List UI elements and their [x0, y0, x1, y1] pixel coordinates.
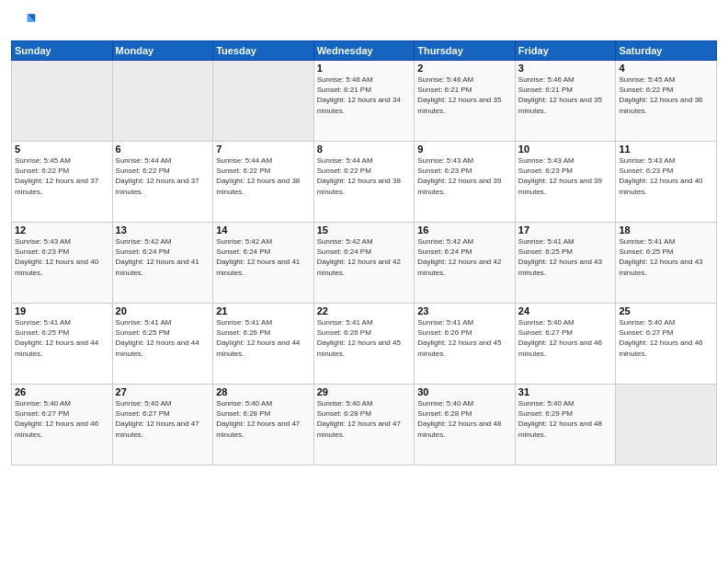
- day-number: 19: [15, 305, 109, 316]
- week-row-4: 19Sunrise: 5:41 AMSunset: 6:25 PMDayligh…: [12, 304, 717, 385]
- day-number: 14: [216, 224, 311, 236]
- day-info: Sunrise: 5:41 AMSunset: 6:26 PMDaylight:…: [417, 317, 512, 359]
- day-info: Sunrise: 5:45 AMSunset: 6:22 PMDaylight:…: [15, 155, 109, 197]
- day-cell: 2Sunrise: 5:46 AMSunset: 6:21 PMDaylight…: [415, 61, 516, 142]
- day-cell: 22Sunrise: 5:41 AMSunset: 6:26 PMDayligh…: [313, 304, 415, 385]
- week-row-3: 12Sunrise: 5:43 AMSunset: 6:23 PMDayligh…: [12, 223, 717, 304]
- day-cell: 21Sunrise: 5:41 AMSunset: 6:26 PMDayligh…: [213, 304, 314, 385]
- day-cell: 1Sunrise: 5:46 AMSunset: 6:21 PMDaylight…: [313, 61, 415, 142]
- day-info: Sunrise: 5:42 AMSunset: 6:24 PMDaylight:…: [216, 236, 311, 278]
- day-number: 22: [317, 305, 412, 316]
- week-row-5: 26Sunrise: 5:40 AMSunset: 6:27 PMDayligh…: [12, 385, 717, 465]
- day-header-thursday: Thursday: [415, 41, 516, 61]
- day-number: 21: [216, 305, 311, 316]
- day-number: 16: [417, 224, 512, 236]
- day-number: 9: [417, 144, 512, 155]
- day-cell: 10Sunrise: 5:43 AMSunset: 6:23 PMDayligh…: [515, 142, 616, 223]
- day-cell: 9Sunrise: 5:43 AMSunset: 6:23 PMDaylight…: [415, 142, 516, 223]
- day-cell: 12Sunrise: 5:43 AMSunset: 6:23 PMDayligh…: [12, 223, 113, 304]
- day-info: Sunrise: 5:42 AMSunset: 6:24 PMDaylight:…: [417, 236, 512, 278]
- day-info: Sunrise: 5:40 AMSunset: 6:27 PMDaylight:…: [518, 317, 613, 359]
- day-number: 13: [116, 224, 210, 236]
- day-cell: 28Sunrise: 5:40 AMSunset: 6:28 PMDayligh…: [213, 385, 314, 465]
- day-number: 17: [518, 224, 613, 236]
- day-number: 11: [619, 144, 713, 155]
- header: [11, 9, 717, 35]
- day-cell: 31Sunrise: 5:40 AMSunset: 6:29 PMDayligh…: [515, 385, 616, 465]
- day-cell: 25Sunrise: 5:40 AMSunset: 6:27 PMDayligh…: [616, 304, 717, 385]
- day-info: Sunrise: 5:41 AMSunset: 6:26 PMDaylight:…: [216, 317, 311, 359]
- page: SundayMondayTuesdayWednesdayThursdayFrid…: [0, 0, 728, 563]
- day-number: 30: [417, 386, 512, 397]
- day-cell: 26Sunrise: 5:40 AMSunset: 6:27 PMDayligh…: [12, 385, 113, 465]
- day-cell: [213, 61, 314, 142]
- day-number: 2: [417, 63, 512, 74]
- day-info: Sunrise: 5:40 AMSunset: 6:28 PMDaylight:…: [317, 398, 412, 440]
- calendar-header: SundayMondayTuesdayWednesdayThursdayFrid…: [12, 41, 717, 61]
- day-info: Sunrise: 5:46 AMSunset: 6:21 PMDaylight:…: [518, 75, 613, 116]
- day-number: 27: [116, 386, 210, 397]
- day-info: Sunrise: 5:41 AMSunset: 6:25 PMDaylight:…: [15, 317, 109, 359]
- day-cell: 16Sunrise: 5:42 AMSunset: 6:24 PMDayligh…: [415, 223, 516, 304]
- day-number: 15: [317, 224, 412, 236]
- day-info: Sunrise: 5:41 AMSunset: 6:25 PMDaylight:…: [619, 236, 713, 278]
- day-number: 5: [15, 144, 109, 155]
- day-header-sunday: Sunday: [12, 41, 113, 61]
- day-info: Sunrise: 5:44 AMSunset: 6:22 PMDaylight:…: [317, 155, 412, 197]
- day-number: 4: [619, 63, 713, 74]
- day-cell: 5Sunrise: 5:45 AMSunset: 6:22 PMDaylight…: [12, 142, 113, 223]
- day-cell: 30Sunrise: 5:40 AMSunset: 6:28 PMDayligh…: [415, 385, 516, 465]
- week-row-1: 1Sunrise: 5:46 AMSunset: 6:21 PMDaylight…: [12, 61, 717, 142]
- day-cell: 17Sunrise: 5:41 AMSunset: 6:25 PMDayligh…: [515, 223, 616, 304]
- week-row-2: 5Sunrise: 5:45 AMSunset: 6:22 PMDaylight…: [12, 142, 717, 223]
- logo: [11, 9, 40, 35]
- day-info: Sunrise: 5:43 AMSunset: 6:23 PMDaylight:…: [619, 155, 713, 197]
- day-info: Sunrise: 5:41 AMSunset: 6:25 PMDaylight:…: [116, 317, 210, 359]
- day-number: 31: [518, 386, 613, 397]
- day-number: 1: [317, 63, 412, 74]
- day-cell: 24Sunrise: 5:40 AMSunset: 6:27 PMDayligh…: [515, 304, 616, 385]
- day-info: Sunrise: 5:41 AMSunset: 6:25 PMDaylight:…: [518, 236, 613, 278]
- day-cell: 6Sunrise: 5:44 AMSunset: 6:22 PMDaylight…: [112, 142, 213, 223]
- day-cell: 23Sunrise: 5:41 AMSunset: 6:26 PMDayligh…: [415, 304, 516, 385]
- day-cell: 20Sunrise: 5:41 AMSunset: 6:25 PMDayligh…: [112, 304, 213, 385]
- day-cell: 19Sunrise: 5:41 AMSunset: 6:25 PMDayligh…: [12, 304, 113, 385]
- day-number: 12: [15, 224, 109, 236]
- day-info: Sunrise: 5:40 AMSunset: 6:29 PMDaylight:…: [518, 398, 613, 440]
- day-number: 10: [518, 144, 613, 155]
- day-info: Sunrise: 5:46 AMSunset: 6:21 PMDaylight:…: [317, 75, 412, 116]
- day-info: Sunrise: 5:44 AMSunset: 6:22 PMDaylight:…: [116, 155, 210, 197]
- day-cell: 8Sunrise: 5:44 AMSunset: 6:22 PMDaylight…: [313, 142, 415, 223]
- day-info: Sunrise: 5:45 AMSunset: 6:22 PMDaylight:…: [619, 75, 713, 116]
- day-header-monday: Monday: [112, 41, 213, 61]
- day-cell: 14Sunrise: 5:42 AMSunset: 6:24 PMDayligh…: [213, 223, 314, 304]
- day-number: 20: [116, 305, 210, 316]
- day-cell: [112, 61, 213, 142]
- day-number: 28: [216, 386, 311, 397]
- day-number: 3: [518, 63, 613, 74]
- calendar-body: 1Sunrise: 5:46 AMSunset: 6:21 PMDaylight…: [12, 61, 717, 465]
- day-number: 18: [619, 224, 713, 236]
- day-number: 26: [15, 386, 109, 397]
- day-info: Sunrise: 5:43 AMSunset: 6:23 PMDaylight:…: [15, 236, 109, 278]
- day-info: Sunrise: 5:43 AMSunset: 6:23 PMDaylight:…: [417, 155, 512, 197]
- day-info: Sunrise: 5:46 AMSunset: 6:21 PMDaylight:…: [417, 75, 512, 116]
- day-info: Sunrise: 5:40 AMSunset: 6:28 PMDaylight:…: [417, 398, 512, 440]
- day-cell: 4Sunrise: 5:45 AMSunset: 6:22 PMDaylight…: [616, 61, 717, 142]
- day-cell: 18Sunrise: 5:41 AMSunset: 6:25 PMDayligh…: [616, 223, 717, 304]
- day-info: Sunrise: 5:44 AMSunset: 6:22 PMDaylight:…: [216, 155, 311, 197]
- day-number: 29: [317, 386, 412, 397]
- day-number: 23: [417, 305, 512, 316]
- day-cell: 27Sunrise: 5:40 AMSunset: 6:27 PMDayligh…: [112, 385, 213, 465]
- header-row: SundayMondayTuesdayWednesdayThursdayFrid…: [12, 41, 717, 61]
- day-cell: 13Sunrise: 5:42 AMSunset: 6:24 PMDayligh…: [112, 223, 213, 304]
- day-info: Sunrise: 5:40 AMSunset: 6:27 PMDaylight:…: [619, 317, 713, 359]
- day-cell: 29Sunrise: 5:40 AMSunset: 6:28 PMDayligh…: [313, 385, 415, 465]
- day-header-wednesday: Wednesday: [313, 41, 415, 61]
- calendar-table: SundayMondayTuesdayWednesdayThursdayFrid…: [11, 40, 717, 465]
- day-number: 25: [619, 305, 713, 316]
- day-header-friday: Friday: [515, 41, 616, 61]
- day-number: 24: [518, 305, 613, 316]
- day-info: Sunrise: 5:40 AMSunset: 6:27 PMDaylight:…: [116, 398, 210, 440]
- day-info: Sunrise: 5:42 AMSunset: 6:24 PMDaylight:…: [317, 236, 412, 278]
